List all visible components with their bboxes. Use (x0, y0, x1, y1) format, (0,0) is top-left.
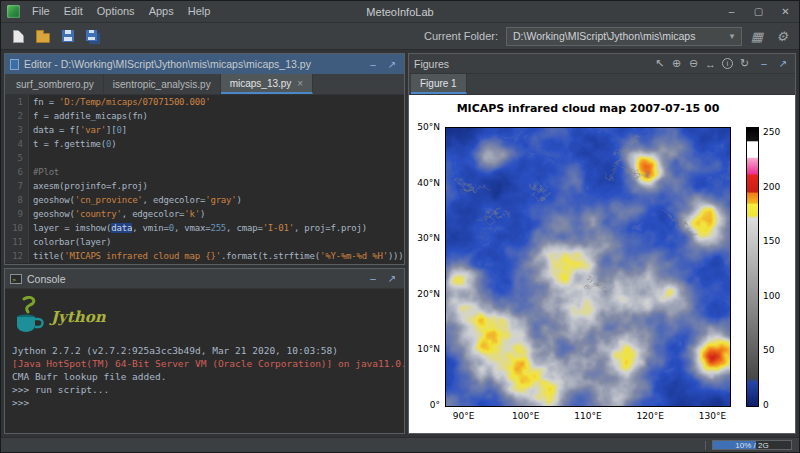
code-segment: ] (122, 125, 127, 135)
y-axis-labels: 50°N40°N30°N20°N10°N0° (411, 127, 443, 407)
console-line: [Java HotSpot(TM) 64-Bit Server VM (Orac… (12, 357, 397, 370)
figure-tab-label: Figure 1 (420, 78, 457, 89)
save-button[interactable] (58, 26, 78, 46)
code-segment: , proj=f.proj) (294, 223, 367, 233)
code-segment: ][ (106, 125, 116, 135)
toolbar-right-group: ▦⚙ (747, 26, 792, 46)
figtool-identify-icon[interactable]: i (722, 58, 733, 69)
line-number: 4 (5, 137, 29, 151)
line-number: 7 (5, 179, 29, 193)
figtool-pan-icon[interactable]: ↔ (703, 58, 718, 70)
layers-button[interactable]: ▦ (747, 26, 767, 46)
code-text: axesm(projinfo=f.proj) (29, 179, 148, 193)
code-segment: , edgecolor= (122, 209, 185, 219)
code-line: 6#Plot (5, 165, 404, 179)
x-tick-label: 100°E (512, 411, 539, 421)
code-segment: 'var' (80, 125, 106, 135)
code-text: layer = imshow(data, vmin=0, vmax=255, c… (29, 221, 367, 235)
editor-float-icon[interactable]: ↗ (385, 59, 399, 70)
colorbar-tick-label: 150 (763, 236, 780, 246)
console-output[interactable]: Jython Jython 2.7.2 (v2.7.2:925a3cc3b49d… (5, 289, 404, 433)
figtool-rotate-icon[interactable]: ↻ (737, 57, 752, 70)
console-panel: >_ Console – ↗ Jython (4, 268, 405, 434)
menu-help[interactable]: Help (181, 1, 218, 22)
code-segment: , vmin= (132, 223, 169, 233)
code-editor[interactable]: 1fn = 'D:/Temp/micaps/07071500.000'2f = … (5, 95, 404, 264)
line-number: 3 (5, 123, 29, 137)
code-text: f = addfile_micaps(fn) (29, 109, 148, 123)
code-segment: title( (33, 251, 64, 261)
editor-tab-label: isentropic_analysis.py (113, 79, 211, 90)
code-text: title('MICAPS infrared cloud map {}'.for… (29, 249, 404, 263)
x-tick-label: 90°E (453, 411, 475, 421)
app-window: FileEditOptionsAppsHelp MeteoInfoLab – ▢… (0, 0, 800, 453)
console-minimize-icon[interactable]: – (366, 273, 380, 284)
figtool-select-icon[interactable]: ↖ (652, 57, 667, 70)
colorbar-tick-label: 50 (763, 345, 774, 355)
code-segment: 255 (210, 223, 226, 233)
figure-tabbar: Figure 1 (409, 74, 795, 95)
figures-float-icon[interactable]: ↗ (776, 58, 790, 69)
current-folder-combobox[interactable]: D:\Working\MIScript\Jython\mis\micaps ▾ (506, 27, 742, 46)
editor-tab-surf_sombrero-py[interactable]: surf_sombrero.py (7, 74, 104, 94)
layers-icon: ▦ (751, 30, 763, 43)
console-line: >>> run script... (12, 383, 397, 396)
console-lines: Jython 2.7.2 (v2.7.2:925a3cc3b49d, Mar 2… (12, 344, 397, 409)
colorbar-tick-label: 0 (763, 400, 769, 410)
current-folder-label: Current Folder: (424, 30, 498, 42)
code-segment: 'gray' (205, 195, 236, 205)
figure-tab[interactable]: Figure 1 (411, 74, 467, 94)
figtool-zoom-in-icon[interactable]: ⊕ (669, 57, 684, 70)
close-tab-icon[interactable]: × (297, 78, 303, 89)
line-number: 11 (5, 235, 29, 249)
map-axes-frame (445, 127, 731, 407)
menu-edit[interactable]: Edit (57, 1, 90, 22)
code-text: fn = 'D:/Temp/micaps/07071500.000' (29, 95, 210, 109)
menu-apps[interactable]: Apps (142, 1, 181, 22)
code-line: 9geoshow('country', edgecolor='k') (5, 207, 404, 221)
left-column: Editor - D:\Working\MIScript\Jython\mis\… (4, 53, 405, 434)
statusbar: 10% / 2G (1, 437, 799, 452)
chevron-down-icon[interactable]: ▾ (725, 31, 739, 41)
code-text: geoshow('country', edgecolor='k') (29, 207, 205, 221)
minimize-window-button[interactable]: – (718, 1, 745, 22)
code-segment: 'cn_province' (75, 195, 143, 205)
code-segment: ) (237, 195, 242, 205)
y-tick-label: 10°N (417, 344, 440, 354)
code-line: 8geoshow('cn_province', edgecolor='gray'… (5, 193, 404, 207)
line-number: 10 (5, 221, 29, 235)
editor-tab-isentropic_analysis-py[interactable]: isentropic_analysis.py (104, 74, 221, 94)
figure-toolbar: ↖⊕⊖↔i↻ (652, 57, 752, 70)
current-folder-value: D:\Working\MIScript\Jython\mis\micaps (513, 30, 725, 42)
line-number: 8 (5, 193, 29, 207)
code-segment: .format(t.strftime( (221, 251, 320, 261)
x-tick-label: 120°E (637, 411, 664, 421)
code-text: geoshow('cn_province', edgecolor='gray') (29, 193, 242, 207)
console-float-icon[interactable]: ↗ (385, 273, 399, 284)
y-tick-label: 30°N (417, 233, 440, 243)
menu-file[interactable]: File (25, 1, 57, 22)
settings-button[interactable]: ⚙ (772, 26, 792, 46)
figures-panel: Figures ↖⊕⊖↔i↻ – ↗ Figure 1 MICAPS infra… (408, 53, 796, 434)
editor-tab-label: micaps_13.py (230, 78, 292, 89)
menu-options[interactable]: Options (90, 1, 142, 22)
editor-tab-micaps_13-py[interactable]: micaps_13.py× (221, 74, 314, 94)
new-script-icon (13, 30, 24, 43)
new-script-button[interactable] (8, 26, 28, 46)
figures-minimize-icon[interactable]: – (757, 58, 771, 69)
close-window-button[interactable]: ✕ (772, 1, 799, 22)
save-all-button[interactable] (83, 26, 103, 46)
figtool-zoom-out-icon[interactable]: ⊖ (686, 57, 701, 70)
memory-indicator[interactable]: 10% / 2G (712, 440, 792, 450)
code-text (29, 151, 33, 165)
code-segment: , vmax= (174, 223, 211, 233)
cloud-map-image[interactable] (446, 128, 730, 406)
editor-minimize-icon[interactable]: – (366, 59, 380, 70)
console-line: CMA Bufr lookup file added. (12, 370, 397, 383)
open-button[interactable] (33, 26, 53, 46)
toolbar-left-group (8, 26, 103, 46)
colorbar-tick-label: 200 (763, 182, 780, 192)
editor-tabbar: surf_sombrero.pyisentropic_analysis.pymi… (5, 74, 404, 95)
x-tick-label: 130°E (699, 411, 726, 421)
maximize-window-button[interactable]: ▢ (745, 1, 772, 22)
